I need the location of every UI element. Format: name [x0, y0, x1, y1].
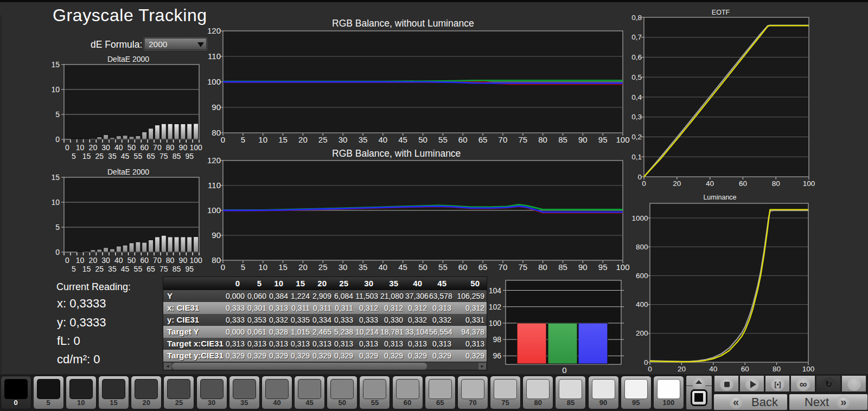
svg-text:10: 10 — [76, 256, 85, 265]
svg-text:98: 98 — [493, 335, 501, 344]
svg-text:DeltaE 2000: DeltaE 2000 — [107, 55, 149, 63]
svg-text:102: 102 — [489, 303, 502, 311]
svg-text:20: 20 — [89, 256, 98, 265]
svg-text:45: 45 — [398, 262, 407, 272]
svg-text:96: 96 — [493, 351, 501, 360]
svg-text:65: 65 — [478, 135, 488, 144]
svg-text:0: 0 — [642, 179, 646, 188]
svg-text:0,6: 0,6 — [631, 53, 642, 61]
svg-text:15: 15 — [51, 173, 60, 182]
svg-text:0,3: 0,3 — [631, 113, 642, 121]
svg-text:5: 5 — [55, 223, 60, 232]
svg-text:0: 0 — [221, 135, 225, 144]
svg-text:30: 30 — [339, 135, 348, 144]
svg-text:60: 60 — [140, 256, 149, 265]
svg-text:85: 85 — [173, 152, 181, 160]
svg-text:50: 50 — [127, 256, 136, 265]
svg-text:55: 55 — [134, 152, 143, 160]
svg-text:85: 85 — [173, 265, 181, 273]
svg-text:45: 45 — [121, 152, 130, 160]
svg-text:35: 35 — [108, 265, 117, 273]
svg-text:65: 65 — [478, 262, 488, 272]
svg-text:20: 20 — [298, 135, 308, 144]
svg-text:0,7: 0,7 — [631, 33, 642, 41]
svg-text:10: 10 — [51, 198, 60, 207]
svg-text:RGB Balance, without Luminance: RGB Balance, without Luminance — [332, 18, 474, 29]
svg-text:100: 100 — [803, 179, 815, 188]
svg-text:100: 100 — [489, 319, 502, 327]
svg-text:20: 20 — [89, 143, 98, 152]
svg-text:100: 100 — [207, 206, 221, 215]
svg-text:0: 0 — [65, 256, 69, 265]
svg-text:85: 85 — [558, 135, 567, 144]
svg-text:800: 800 — [636, 243, 648, 251]
svg-text:95: 95 — [185, 152, 194, 160]
svg-text:100: 100 — [616, 135, 629, 144]
svg-text:85: 85 — [558, 262, 567, 272]
svg-text:90: 90 — [179, 143, 188, 152]
svg-text:400: 400 — [636, 300, 648, 309]
svg-text:200: 200 — [636, 329, 648, 337]
svg-text:5: 5 — [72, 152, 76, 160]
svg-text:70: 70 — [499, 262, 508, 272]
svg-text:20: 20 — [678, 365, 686, 373]
svg-text:30: 30 — [101, 256, 110, 265]
svg-text:25: 25 — [318, 135, 328, 144]
svg-text:65: 65 — [146, 152, 155, 160]
svg-text:80: 80 — [773, 365, 781, 373]
svg-text:10: 10 — [258, 135, 267, 144]
svg-text:25: 25 — [95, 265, 104, 273]
svg-text:0: 0 — [65, 143, 69, 152]
svg-text:EOTF: EOTF — [712, 9, 730, 16]
svg-text:45: 45 — [398, 135, 407, 144]
svg-text:75: 75 — [159, 152, 168, 160]
svg-text:0,2: 0,2 — [631, 133, 642, 141]
svg-text:60: 60 — [458, 135, 468, 144]
svg-text:0: 0 — [562, 365, 566, 375]
svg-text:80: 80 — [538, 262, 547, 272]
svg-text:5: 5 — [241, 262, 245, 272]
svg-text:35: 35 — [108, 152, 117, 160]
svg-text:75: 75 — [159, 265, 168, 273]
svg-text:15: 15 — [278, 135, 288, 144]
svg-text:5: 5 — [72, 265, 76, 273]
svg-text:20: 20 — [298, 262, 308, 272]
svg-text:90: 90 — [179, 256, 188, 265]
svg-text:55: 55 — [134, 265, 143, 273]
svg-text:0: 0 — [55, 248, 60, 256]
svg-text:0: 0 — [55, 135, 60, 144]
svg-text:45: 45 — [121, 265, 130, 273]
svg-text:60: 60 — [739, 179, 747, 188]
svg-text:80: 80 — [538, 135, 547, 144]
svg-text:65: 65 — [146, 265, 155, 273]
svg-text:60: 60 — [458, 262, 468, 272]
svg-text:100: 100 — [616, 262, 629, 272]
svg-text:0: 0 — [637, 173, 642, 181]
svg-text:75: 75 — [518, 135, 527, 144]
svg-text:5: 5 — [241, 135, 245, 144]
svg-text:95: 95 — [598, 135, 608, 144]
svg-text:40: 40 — [709, 365, 717, 373]
svg-text:100: 100 — [189, 256, 202, 265]
svg-text:DeltaE 2000: DeltaE 2000 — [107, 168, 149, 176]
svg-text:90: 90 — [212, 230, 221, 240]
svg-text:80: 80 — [772, 179, 780, 188]
svg-text:50: 50 — [127, 143, 136, 152]
svg-text:30: 30 — [101, 143, 110, 152]
svg-text:80: 80 — [166, 143, 175, 152]
svg-text:RGB Balance, with Luminance: RGB Balance, with Luminance — [332, 148, 461, 159]
svg-text:10: 10 — [258, 262, 267, 272]
svg-text:120: 120 — [207, 156, 221, 165]
svg-text:50: 50 — [418, 135, 427, 144]
svg-text:95: 95 — [185, 265, 194, 273]
svg-text:0,8: 0,8 — [631, 14, 642, 22]
svg-text:20: 20 — [673, 179, 681, 188]
svg-text:100: 100 — [189, 143, 202, 152]
svg-text:90: 90 — [578, 135, 588, 144]
svg-text:10: 10 — [76, 143, 85, 152]
svg-text:90: 90 — [212, 102, 221, 112]
svg-text:25: 25 — [95, 152, 104, 160]
svg-text:110: 110 — [208, 52, 221, 61]
svg-text:55: 55 — [438, 135, 448, 144]
svg-text:25: 25 — [318, 262, 328, 272]
